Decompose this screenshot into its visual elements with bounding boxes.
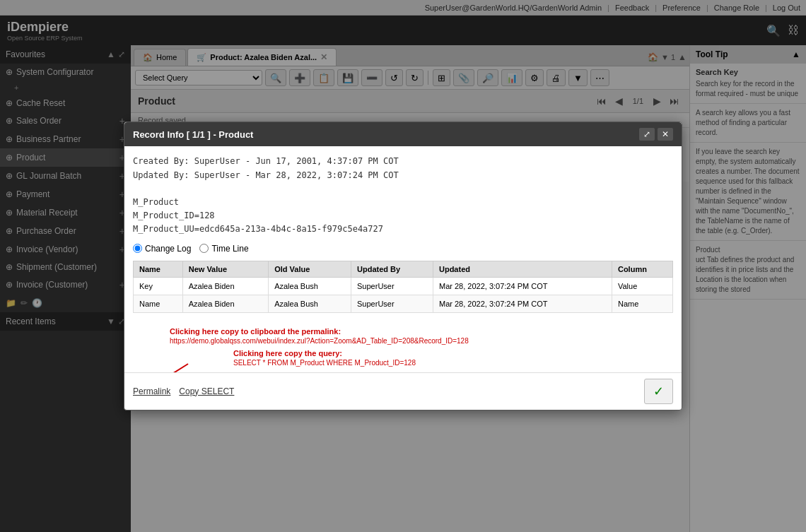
- row2-name: Name: [134, 295, 183, 312]
- row2-updated-by: SuperUser: [351, 295, 433, 312]
- modal-ok-btn[interactable]: ✓: [644, 379, 673, 404]
- annotation2-query: SELECT * FROM M_Product WHERE M_Product_…: [233, 359, 672, 367]
- modal-info-line-3: M_Product: [133, 196, 673, 209]
- modal-header: Record Info [ 1/1 ] - Product ⤢ ✕: [124, 122, 682, 146]
- timeline-label: Time Line: [211, 244, 248, 254]
- change-log-radio[interactable]: [133, 244, 142, 253]
- row1-name: Key: [134, 277, 183, 295]
- modal-info-line-5: M_Product_UU=edcd645a-213a-4b4c-8a15-f97…: [133, 223, 673, 236]
- row2-updated: Mar 28, 2022, 3:07:24 PM COT: [433, 295, 612, 312]
- row2-column: Name: [612, 295, 672, 312]
- col-updated-by: Updated By: [351, 261, 433, 277]
- row1-updated-by: SuperUser: [351, 277, 433, 295]
- row1-old-value: Azalea Bush: [269, 277, 351, 295]
- col-updated: Updated: [433, 261, 612, 277]
- modal-info-line-4: M_Product_ID=128: [133, 209, 673, 223]
- modal-info-line-1: Created By: SuperUser - Jun 17, 2001, 4:…: [133, 155, 673, 168]
- row2-new-value: Azalea Biden: [182, 295, 268, 312]
- modal-info-line-blank: [133, 182, 673, 196]
- modal-footer-container: Clicking here copy to clipboard the perm…: [124, 321, 682, 410]
- row1-new-value: Azalea Biden: [182, 277, 268, 295]
- modal-info-line-2: Updated By: SuperUser - Mar 28, 2022, 3:…: [133, 169, 673, 182]
- permalink-btn[interactable]: Permalink: [133, 386, 170, 396]
- modal-footer: Permalink Copy SELECT ✓: [124, 372, 682, 410]
- table-header-row: Name New Value Old Value Updated By Upda…: [134, 261, 673, 277]
- copy-select-btn[interactable]: Copy SELECT: [179, 386, 234, 396]
- timeline-radio[interactable]: [199, 244, 209, 253]
- annotation2-text: Clicking here copy the query:: [233, 349, 672, 357]
- change-log-label: Change Log: [145, 244, 191, 254]
- annotations-area: Clicking here copy to clipboard the perm…: [124, 321, 682, 372]
- modal-footer-actions: Permalink Copy SELECT ✓: [133, 379, 673, 404]
- record-info-modal: Record Info [ 1/1 ] - Product ⤢ ✕ Create…: [124, 122, 682, 410]
- modal-change-log-table: Name New Value Old Value Updated By Upda…: [133, 261, 673, 313]
- modal-radio-row: Change Log Time Line: [133, 244, 673, 254]
- modal-header-buttons: ⤢ ✕: [639, 128, 673, 141]
- col-name: Name: [134, 261, 183, 277]
- row1-updated: Mar 28, 2022, 3:07:24 PM COT: [433, 277, 612, 295]
- table-row: Key Azalea Biden Azalea Bush SuperUser M…: [134, 277, 673, 295]
- modal-maximize-btn[interactable]: ⤢: [639, 128, 655, 141]
- modal-overlay: Record Info [ 1/1 ] - Product ⤢ ✕ Create…: [0, 0, 806, 532]
- modal-record-info: Created By: SuperUser - Jun 17, 2001, 4:…: [133, 155, 673, 236]
- col-column: Column: [612, 261, 672, 277]
- modal-close-btn[interactable]: ✕: [658, 128, 673, 141]
- modal-title: Record Info [ 1/1 ] - Product: [133, 129, 253, 140]
- change-log-radio-label[interactable]: Change Log: [133, 244, 191, 254]
- annotation1-link: https://demo.globalqss.com/webui/index.z…: [170, 337, 672, 345]
- annotation1-text: Clicking here copy to clipboard the perm…: [170, 327, 672, 336]
- modal-body: Created By: SuperUser - Jun 17, 2001, 4:…: [124, 146, 682, 321]
- svg-line-1: [163, 364, 188, 372]
- row1-column: Value: [612, 277, 672, 295]
- timeline-radio-label[interactable]: Time Line: [199, 244, 248, 254]
- row2-old-value: Azalea Bush: [269, 295, 351, 312]
- table-row: Name Azalea Biden Azalea Bush SuperUser …: [134, 295, 673, 312]
- col-old-value: Old Value: [269, 261, 351, 277]
- col-new-value: New Value: [182, 261, 268, 277]
